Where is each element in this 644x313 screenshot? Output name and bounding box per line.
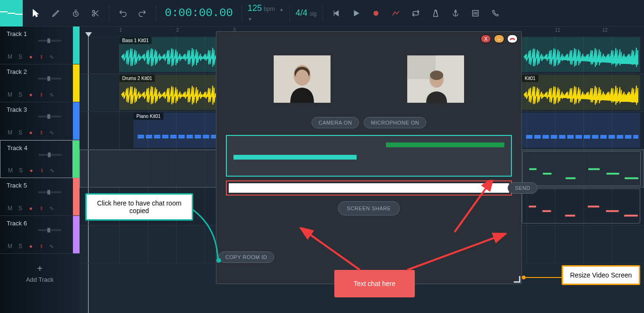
audio-clip[interactable]: Bass 1 Kit01	[119, 37, 219, 72]
mixer-icon[interactable]	[466, 4, 485, 23]
svg-rect-18	[187, 135, 193, 137]
svg-rect-33	[551, 137, 557, 139]
modal-header[interactable]: X –	[216, 32, 521, 46]
record-arm-icon[interactable]: ●	[27, 91, 34, 98]
mute-button[interactable]: M	[7, 243, 13, 250]
volume-slider[interactable]	[38, 116, 62, 117]
volume-slider[interactable]	[38, 78, 62, 80]
record-arm-icon[interactable]: ●	[27, 205, 34, 212]
input-icon[interactable]: ⦀	[38, 243, 45, 250]
svg-rect-26	[526, 135, 533, 137]
audio-clip[interactable]	[522, 37, 640, 72]
hangup-icon[interactable]	[507, 35, 518, 43]
video-chat-modal: X – CAMERA ON MICROPHONE ON SEND SCREEN …	[216, 31, 522, 284]
track-header[interactable]: Track 6 M S ● ⦀ ∿	[0, 216, 80, 254]
mute-button[interactable]: M	[7, 54, 13, 60]
solo-button[interactable]: S	[17, 205, 24, 212]
record-arm-icon[interactable]: ●	[28, 167, 35, 174]
redo-icon[interactable]	[133, 4, 152, 23]
microphone-toggle-button[interactable]: MICROPHONE ON	[364, 117, 426, 128]
automation-lane-icon[interactable]: ∿	[48, 91, 55, 98]
copy-room-id-button[interactable]: COPY ROOM ID	[218, 251, 274, 263]
camera-toggle-button[interactable]: CAMERA ON	[312, 117, 359, 128]
skip-back-icon[interactable]	[327, 4, 346, 23]
time-display[interactable]: 0:00:00.00	[156, 7, 242, 19]
chat-text-input[interactable]	[229, 183, 509, 193]
automation-lane-icon[interactable]: ∿	[48, 205, 55, 212]
track-color-strip	[73, 102, 80, 140]
mute-button[interactable]: M	[7, 205, 13, 212]
automation-lane-icon[interactable]: ∿	[48, 243, 55, 250]
input-icon[interactable]: ⦀	[38, 129, 45, 136]
metronome-icon[interactable]	[426, 4, 445, 23]
svg-rect-14	[170, 135, 177, 137]
svg-rect-9	[146, 136, 152, 138]
record-arm-icon[interactable]: ●	[27, 129, 34, 136]
minimize-window-icon[interactable]: –	[494, 35, 504, 43]
track-name-label: Track 1	[7, 30, 80, 37]
input-icon[interactable]: ⦀	[38, 54, 45, 60]
timer-tool-icon[interactable]	[66, 4, 85, 23]
undo-icon[interactable]	[113, 4, 132, 23]
midi-clip[interactable]: Piano Kit01	[134, 113, 219, 148]
midi-clip[interactable]	[522, 113, 640, 148]
automation-lane-icon[interactable]: ∿	[49, 167, 55, 174]
add-track-button[interactable]: + Add Track	[0, 254, 80, 293]
svg-rect-29	[534, 137, 541, 139]
hamburger-menu-button[interactable]	[0, 0, 23, 27]
pointer-tool-icon[interactable]	[27, 4, 45, 23]
svg-rect-34	[559, 135, 566, 137]
svg-rect-45	[600, 137, 607, 139]
screen-share-button[interactable]: SCREEN SHARE	[338, 201, 400, 215]
loop-icon[interactable]	[406, 4, 425, 23]
svg-rect-60	[529, 206, 536, 207]
mute-button[interactable]: M	[7, 167, 14, 174]
svg-rect-15	[170, 136, 177, 138]
annotation-copy-room: Click here to have chat room copied	[85, 193, 193, 221]
bpm-display[interactable]: 125bpm ▲▼	[242, 3, 289, 23]
volume-slider[interactable]	[38, 229, 62, 231]
record-icon[interactable]	[367, 4, 385, 23]
midi-clip[interactable]	[522, 151, 641, 186]
scissors-tool-icon[interactable]	[86, 4, 105, 23]
input-icon[interactable]: ⦀	[38, 91, 45, 98]
volume-slider[interactable]	[38, 40, 62, 42]
solo-button[interactable]: S	[17, 129, 24, 136]
volume-slider[interactable]	[38, 191, 62, 193]
track-header[interactable]: Track 1 M S ● ⦀ ∿	[0, 27, 80, 64]
record-arm-icon[interactable]: ●	[27, 243, 34, 250]
automation-lane-icon[interactable]: ∿	[48, 54, 55, 60]
mute-button[interactable]: M	[7, 91, 13, 98]
solo-button[interactable]: S	[17, 54, 24, 60]
svg-rect-8	[146, 135, 152, 137]
solo-button[interactable]: S	[17, 243, 24, 250]
track-header[interactable]: Track 2 M S ● ⦀ ∿	[0, 64, 80, 102]
volume-slider[interactable]	[38, 154, 62, 156]
play-icon[interactable]	[347, 4, 366, 23]
time-signature-display[interactable]: 4/4sig	[290, 8, 322, 18]
call-icon[interactable]	[486, 4, 505, 23]
automation-lane-icon[interactable]: ∿	[48, 129, 55, 136]
svg-point-3	[373, 10, 378, 16]
anchor-icon[interactable]	[446, 4, 465, 23]
track-header[interactable]: Track 3 M S ● ⦀ ∿	[0, 102, 80, 140]
solo-button[interactable]: S	[18, 167, 24, 174]
resize-handle[interactable]	[513, 275, 520, 283]
midi-clip[interactable]	[522, 188, 640, 224]
solo-button[interactable]: S	[17, 91, 24, 98]
pencil-tool-icon[interactable]	[46, 4, 65, 23]
svg-rect-44	[600, 135, 607, 137]
track-header[interactable]: Track 4 M S ● ⦀ ∿	[0, 140, 80, 178]
audio-clip[interactable]: Kit01	[522, 75, 640, 110]
close-window-icon[interactable]: X	[481, 35, 491, 43]
input-icon[interactable]: ⦀	[38, 205, 45, 212]
track-header[interactable]: Track 5 M S ● ⦀ ∿	[0, 178, 80, 216]
svg-rect-54	[529, 168, 537, 170]
main-toolbar: 0:00:00.00 125bpm ▲▼ 4/4sig	[0, 0, 644, 27]
mute-button[interactable]: M	[7, 129, 13, 136]
record-arm-icon[interactable]: ●	[27, 54, 34, 60]
input-icon[interactable]: ⦀	[38, 167, 45, 174]
send-button[interactable]: SEND	[508, 182, 537, 194]
automation-icon[interactable]	[386, 4, 405, 23]
audio-clip[interactable]: Drums 2 Kit01	[119, 75, 219, 110]
